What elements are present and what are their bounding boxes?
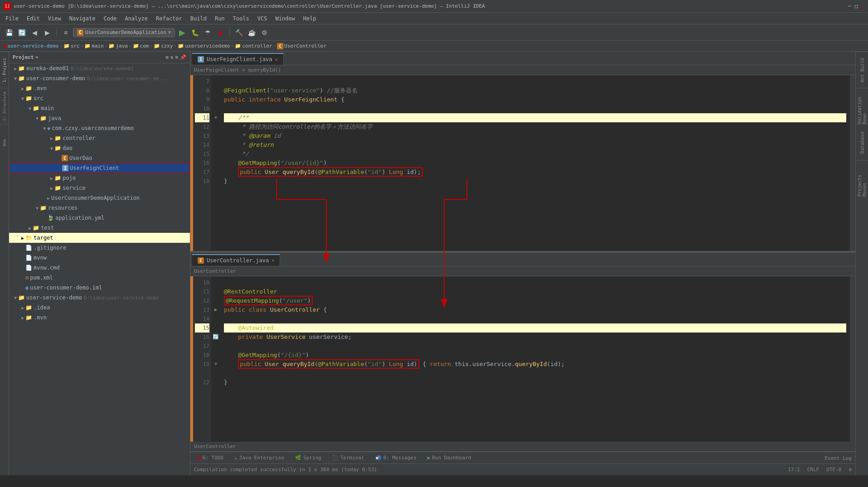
menu-tools[interactable]: Tools: [229, 14, 253, 23]
menu-help[interactable]: Help: [300, 14, 320, 23]
toolbar-forward[interactable]: ▶: [42, 27, 53, 38]
breadcrumb-main[interactable]: main: [92, 43, 104, 49]
menu-file[interactable]: File: [2, 14, 22, 23]
tree-item-mvn2[interactable]: ▶ 📁 .mvn: [9, 313, 190, 323]
toolbar-save[interactable]: 💾: [4, 27, 15, 38]
panel-ant-build[interactable]: Ant Build: [856, 52, 868, 88]
menu-vcs[interactable]: VCS: [254, 14, 271, 23]
breadcrumb-usercontroller[interactable]: UserController: [284, 43, 326, 49]
menu-view[interactable]: View: [44, 14, 65, 23]
run-config-selector[interactable]: C UserConsumerDemoApplication ▼: [73, 28, 175, 37]
bottom-tab-terminal[interactable]: ⬛ Terminal: [329, 454, 368, 462]
toggle-resources[interactable]: ▼: [34, 206, 40, 211]
toggle-idea[interactable]: ▶: [20, 305, 25, 310]
panel-project[interactable]: 1: Project: [0, 52, 9, 88]
breadcrumb-czxy[interactable]: czxy: [161, 43, 173, 49]
tab-userfeignclient[interactable]: I UserFeignClient.java ✕: [192, 53, 284, 65]
panel-bean-validation[interactable]: Bean Validation: [856, 88, 868, 124]
menu-refactor[interactable]: Refactor: [152, 14, 186, 23]
tree-item-idea[interactable]: ▶ 📁 .idea: [9, 303, 190, 313]
bottom-tab-run[interactable]: ▶ Run Dashboard: [424, 454, 475, 462]
tree-item-iml[interactable]: ◉ user-consumer-demo.iml: [9, 283, 190, 293]
breadcrumb-java[interactable]: java: [116, 43, 128, 49]
tab-close-userfeignclient[interactable]: ✕: [275, 57, 278, 62]
tree-item-userdao[interactable]: C UserDao: [9, 153, 190, 163]
tree-item-pojo[interactable]: ▶ 📁 pojo: [9, 173, 190, 183]
tree-item-pomxml[interactable]: m pom.xml: [9, 273, 190, 283]
toggle-java[interactable]: ▼: [34, 116, 40, 121]
toggle-dao[interactable]: ▼: [49, 146, 54, 151]
bottom-tab-javaee[interactable]: ☕ Java Enterprise: [231, 454, 288, 462]
toolbar-sync[interactable]: 🔄: [16, 27, 27, 38]
event-log[interactable]: Event Log: [824, 455, 852, 461]
menu-window[interactable]: Window: [272, 14, 298, 23]
breadcrumb-com[interactable]: com: [140, 43, 149, 49]
breadcrumb-controller[interactable]: controller: [242, 43, 272, 49]
toggle-target[interactable]: ▶: [20, 236, 25, 241]
breadcrumb-userservicedemo[interactable]: userservicedemo: [185, 43, 230, 49]
status-position[interactable]: 17:1: [788, 467, 800, 473]
status-encoding[interactable]: UTF-8: [826, 467, 841, 473]
tree-item-resources[interactable]: ▼ 📁 resources: [9, 203, 190, 213]
toolbar-structure[interactable]: ≡: [60, 27, 71, 38]
project-dropdown-icon[interactable]: ▼: [35, 55, 38, 60]
toggle-mvn2[interactable]: ▶: [20, 315, 25, 320]
menu-analyze[interactable]: Analyze: [121, 14, 151, 23]
code-content-top[interactable]: @FeignClient("user-service") //服务器名 publ…: [220, 75, 850, 251]
tree-item-user-consumer-demo[interactable]: ▼ 📁 user-consumer-demo D:\idea\user-cons…: [9, 73, 190, 83]
tree-item-userservicedemo[interactable]: ▼ 📁 user-service-demo D:\idea\user-servi…: [9, 293, 190, 303]
tree-item-src[interactable]: ▼ 📁 src: [9, 93, 190, 103]
menu-navigate[interactable]: Navigate: [66, 14, 99, 23]
menu-edit[interactable]: Edit: [23, 14, 44, 23]
tree-item-target[interactable]: ▶ 📁 target: [9, 233, 190, 243]
toggle-test[interactable]: ▶: [27, 226, 33, 231]
tree-item-mvn[interactable]: ▶ 📁 .mvn: [9, 83, 190, 93]
bottom-tab-spring[interactable]: 🌿 Spring: [291, 454, 325, 462]
tree-item-java[interactable]: ▼ 📁 java: [9, 113, 190, 123]
bottom-tab-todo[interactable]: ● 6: TODO: [194, 454, 227, 462]
toggle-consumer[interactable]: ▼: [13, 76, 18, 81]
menu-code[interactable]: Code: [100, 14, 121, 23]
panel-web[interactable]: Web: [0, 124, 9, 160]
tree-item-appyml[interactable]: 🍃 application.yml: [9, 213, 190, 223]
status-indent[interactable]: ⚙: [849, 467, 852, 473]
tree-item-mvnwcmd[interactable]: 📄 mvnw.cmd: [9, 263, 190, 273]
minimize-btn[interactable]: ─: [848, 3, 851, 9]
tree-item-gitignore[interactable]: 📄 .gitignore: [9, 243, 190, 253]
menu-run[interactable]: Run: [211, 14, 228, 23]
toggle-controller[interactable]: ▶: [49, 136, 54, 141]
tree-item-eureka-demo01[interactable]: ▶ 📁 eureka-demo01 D:\idea\eureka-demo01: [9, 63, 190, 73]
toggle-mvn[interactable]: ▶: [20, 86, 25, 91]
tree-item-mvnw[interactable]: 📄 mvnw: [9, 253, 190, 263]
tree-item-dao[interactable]: ▼ 📁 dao: [9, 143, 190, 153]
tab-usercontroller[interactable]: C UserController.java ✕: [192, 254, 280, 266]
breadcrumb-src[interactable]: src: [71, 43, 80, 49]
toolbar-build[interactable]: 🔨: [233, 27, 244, 38]
toolbar-settings[interactable]: ⚙: [259, 27, 270, 38]
project-collapse-icon[interactable]: ≡: [175, 54, 178, 60]
toggle-pojo[interactable]: ▶: [49, 176, 54, 181]
maximize-btn[interactable]: □: [855, 3, 858, 9]
toggle-eureka[interactable]: ▶: [13, 66, 18, 71]
toggle-package[interactable]: ▼: [42, 126, 47, 131]
stop-button[interactable]: ■: [215, 27, 226, 38]
run-button[interactable]: ▶: [177, 27, 188, 38]
tree-item-main[interactable]: ▼ 📁 main: [9, 103, 190, 113]
toggle-service[interactable]: ▶: [49, 186, 54, 191]
panel-maven-projects[interactable]: Maven Projects: [856, 160, 868, 197]
status-crlf[interactable]: CRLF: [807, 467, 820, 473]
project-pin-icon[interactable]: 📌: [180, 54, 186, 60]
panel-structure[interactable]: 2: Structure: [0, 88, 9, 124]
toggle-src[interactable]: ▼: [20, 96, 25, 101]
tab-close-usercontroller[interactable]: ✕: [272, 258, 274, 263]
bottom-tab-messages[interactable]: 📬 0: Messages: [372, 454, 420, 462]
debug-button[interactable]: 🐛: [189, 27, 200, 38]
toolbar-back[interactable]: ◀: [29, 27, 40, 38]
toolbar-sdk[interactable]: ☕: [246, 27, 257, 38]
tree-item-userfeignclient[interactable]: I UserFeignClient: [9, 163, 190, 173]
tree-item-app[interactable]: ▶ UserConsumerDemoApplication: [9, 193, 190, 203]
menu-build[interactable]: Build: [187, 14, 210, 23]
tree-item-test[interactable]: ▶ 📁 test: [9, 223, 190, 233]
project-settings-icon[interactable]: ⚙: [165, 54, 169, 60]
toggle-main[interactable]: ▼: [27, 106, 33, 111]
